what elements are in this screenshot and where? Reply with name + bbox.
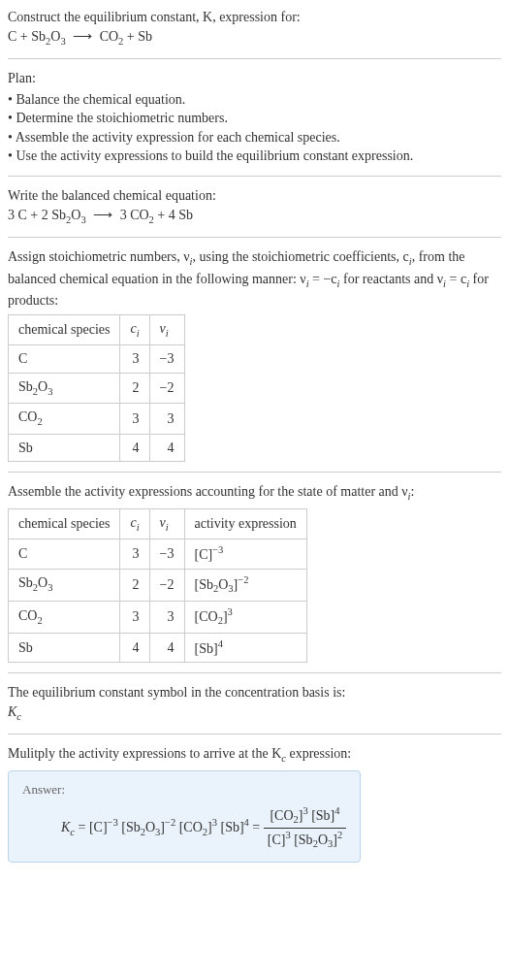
table-row: C 3 −3 [9,345,185,374]
col-c: ci [120,314,149,344]
col-v: νi [149,508,184,539]
intro-text: Construct the equilibrium constant, K, e… [8,10,301,24]
answer-equation: Kc = [C]−3 [Sb2O3]−2 [CO2]3 [Sb]4 = [CO2… [61,804,346,852]
activity-header: Assemble the activity expressions accoun… [8,482,501,504]
stoich-table: chemical species ci νi C 3 −3 Sb2O3 2 −2… [8,314,185,463]
plan-item: Determine the stoichiometric numbers. [8,109,501,128]
table-header-row: chemical species ci νi activity expressi… [9,508,307,539]
table-row: CO2 3 3 [9,404,185,434]
plan-section: Plan: Balance the chemical equation. Det… [8,69,501,177]
table-row: CO2 3 3 [CO2]3 [9,601,307,633]
plan-item: Balance the chemical equation. [8,90,501,110]
col-species: chemical species [9,314,120,344]
answer-box: Answer: Kc = [C]−3 [Sb2O3]−2 [CO2]3 [Sb]… [8,770,361,863]
col-activity: activity expression [184,508,306,539]
answer-label: Answer: [22,781,346,799]
stoich-header: Assign stoichiometric numbers, νi, using… [8,247,501,310]
table-row: Sb2O3 2 −2 [9,373,185,403]
col-v: νi [149,314,184,344]
balanced-equation: 3 C + 2 Sb2O3 ⟶ 3 CO2 + 4 Sb [8,206,501,227]
reaction-arrow-icon: ⟶ [89,208,116,222]
stoich-section: Assign stoichiometric numbers, νi, using… [8,247,501,473]
final-header: Mulitply the activity expressions to arr… [8,744,501,766]
final-section: Mulitply the activity expressions to arr… [8,744,501,872]
activity-section: Assemble the activity expressions accoun… [8,482,501,673]
activity-table: chemical species ci νi activity expressi… [8,508,307,663]
symbol-kc: Kc [8,702,501,724]
balanced-header: Write the balanced chemical equation: [8,186,501,206]
plan-item: Assemble the activity expression for eac… [8,128,501,147]
plan-header: Plan: [8,69,501,88]
table-row: Sb2O3 2 −2 [Sb2O3]−2 [9,569,307,601]
table-header-row: chemical species ci νi [9,314,185,344]
intro-section: Construct the equilibrium constant, K, e… [8,8,501,59]
fraction: [CO2]3 [Sb]4 [C]3 [Sb2O3]2 [264,804,346,852]
symbol-line: The equilibrium constant symbol in the c… [8,683,501,702]
col-species: chemical species [9,508,120,539]
table-row: C 3 −3 [C]−3 [9,539,307,569]
reaction-arrow-icon: ⟶ [69,29,96,44]
intro-line: Construct the equilibrium constant, K, e… [8,8,501,27]
table-row: Sb 4 4 [Sb]4 [9,633,307,662]
plan-list: Balance the chemical equation. Determine… [8,90,501,166]
symbol-section: The equilibrium constant symbol in the c… [8,683,501,735]
plan-item: Use the activity expressions to build th… [8,147,501,166]
intro-equation: C + Sb2O3 ⟶ CO2 + Sb [8,27,501,49]
balanced-section: Write the balanced chemical equation: 3 … [8,186,501,238]
col-c: ci [120,508,149,539]
table-row: Sb 4 4 [9,434,185,462]
